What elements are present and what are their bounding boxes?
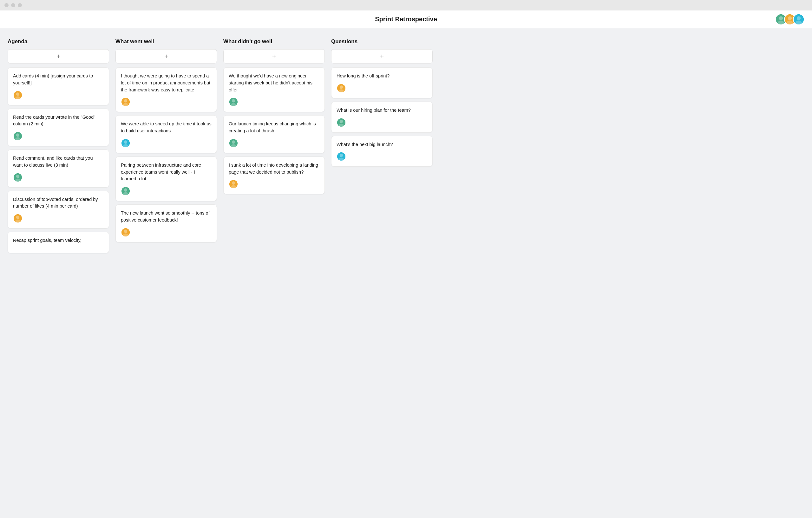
card-avatar-didnt-go-well-1 [229,138,238,148]
svg-point-8 [795,20,802,25]
svg-point-10 [16,92,19,96]
app-header: Sprint Retrospective [0,10,812,28]
card-avatar-agenda-0 [13,90,23,100]
card-avatar-questions-2 [337,152,346,161]
svg-point-20 [15,219,20,222]
card-text-didnt-go-well-0: We thought we'd have a new engineer star… [229,73,319,93]
traffic-light-yellow [11,3,15,7]
traffic-light-red [4,3,8,7]
svg-point-2 [778,20,784,25]
card-avatar-agenda-1 [13,131,23,141]
card-text-agenda-4: Recap sprint goals, team velocity, [13,237,104,244]
svg-point-35 [231,103,236,106]
svg-point-25 [124,140,127,143]
svg-point-29 [123,192,128,195]
svg-point-47 [339,124,344,127]
card-agenda-1: Read the cards your wrote in the "Good" … [8,109,109,147]
svg-point-4 [788,16,792,20]
card-avatar-went-well-1 [121,138,130,148]
svg-point-31 [124,229,127,233]
card-text-didnt-go-well-1: Our launch timing keeps changing which i… [229,120,319,135]
svg-point-28 [124,188,127,191]
card-text-went-well-1: We were able to speed up the time it too… [121,120,211,135]
add-card-button-didnt-go-well[interactable]: + [223,49,325,63]
card-avatar-agenda-3 [13,214,23,223]
card-avatar-went-well-2 [121,186,130,196]
add-card-button-went-well[interactable]: + [115,49,217,63]
svg-point-40 [232,182,235,185]
svg-point-23 [123,103,128,106]
card-text-questions-0: How long is the off-sprint? [337,73,427,80]
card-text-agenda-1: Read the cards your wrote in the "Good" … [13,114,104,128]
traffic-light-green [18,3,22,7]
card-text-agenda-3: Discussion of top-voted cards, ordered b… [13,196,104,210]
svg-point-50 [339,158,344,161]
card-didnt-go-well-0: We thought we'd have a new engineer star… [223,67,325,112]
svg-point-26 [123,144,128,147]
card-didnt-go-well-2: I sunk a lot of time into developing a l… [223,157,325,195]
svg-point-34 [232,99,235,103]
card-questions-0: How long is the off-sprint? [331,67,433,99]
card-didnt-go-well-1: Our launch timing keeps changing which i… [223,115,325,153]
card-text-agenda-0: Add cards (4 min) [assign your cards to … [13,73,104,87]
card-avatar-went-well-0 [121,97,130,107]
card-agenda-3: Discussion of top-voted cards, ordered b… [8,191,109,229]
svg-point-43 [340,85,343,88]
card-agenda-2: Read comment, and like cards that you wa… [8,149,109,188]
add-card-button-agenda[interactable]: + [8,49,109,63]
card-went-well-0: I thought we were going to have to spend… [115,67,217,112]
svg-point-16 [16,174,19,178]
card-avatar-agenda-2 [13,173,23,182]
column-title-went-well: What went well [115,38,217,45]
svg-point-13 [16,133,19,136]
svg-point-5 [787,20,793,25]
page-title: Sprint Retrospective [375,16,437,23]
column-agenda: Agenda+Add cards (4 min) [assign your ca… [8,38,109,256]
card-questions-2: What's the next big launch? [331,136,433,167]
card-avatar-went-well-3 [121,227,130,237]
card-went-well-3: The new launch went so smoothly -- tons … [115,205,217,243]
svg-point-44 [339,89,344,92]
svg-point-22 [124,99,127,103]
card-text-questions-2: What's the next big launch? [337,141,427,148]
title-bar [0,0,812,10]
svg-point-32 [123,233,128,237]
svg-point-19 [16,216,19,219]
card-agenda-4: Recap sprint goals, team velocity, [8,232,109,253]
card-text-went-well-3: The new launch went so smoothly -- tons … [121,210,211,224]
card-text-agenda-2: Read comment, and like cards that you wa… [13,155,104,169]
card-text-questions-1: What is our hiring plan for the team? [337,107,427,114]
svg-point-46 [340,120,343,123]
card-went-well-2: Pairing between infrastructure and core … [115,157,217,201]
svg-point-37 [232,140,235,143]
column-questions: Questions+How long is the off-sprint? Wh… [331,38,433,170]
column-title-agenda: Agenda [8,38,109,45]
card-text-went-well-2: Pairing between infrastructure and core … [121,162,211,183]
svg-point-38 [231,144,236,147]
card-avatar-questions-1 [337,118,346,127]
add-card-button-questions[interactable]: + [331,49,433,63]
column-title-questions: Questions [331,38,433,45]
card-avatar-didnt-go-well-0 [229,97,238,107]
card-agenda-0: Add cards (4 min) [assign your cards to … [8,67,109,105]
card-text-didnt-go-well-2: I sunk a lot of time into developing a l… [229,162,319,176]
svg-point-7 [797,16,801,20]
svg-point-14 [15,137,20,140]
svg-point-49 [340,154,343,157]
svg-point-41 [231,185,236,189]
card-questions-1: What is our hiring plan for the team? [331,102,433,133]
column-title-didnt-go-well: What didn't go well [223,38,325,45]
column-didnt-go-well: What didn't go well+We thought we'd have… [223,38,325,197]
header-avatar-2 [793,13,804,25]
column-went-well: What went well+I thought we were going t… [115,38,217,246]
svg-point-1 [779,16,783,20]
header-avatars [778,13,804,25]
card-avatar-questions-0 [337,83,346,93]
board-container: Agenda+Add cards (4 min) [assign your ca… [0,28,812,267]
card-avatar-didnt-go-well-2 [229,179,238,189]
card-text-went-well-0: I thought we were going to have to spend… [121,73,211,93]
card-went-well-1: We were able to speed up the time it too… [115,115,217,153]
svg-point-11 [15,96,20,99]
svg-point-17 [15,179,20,182]
